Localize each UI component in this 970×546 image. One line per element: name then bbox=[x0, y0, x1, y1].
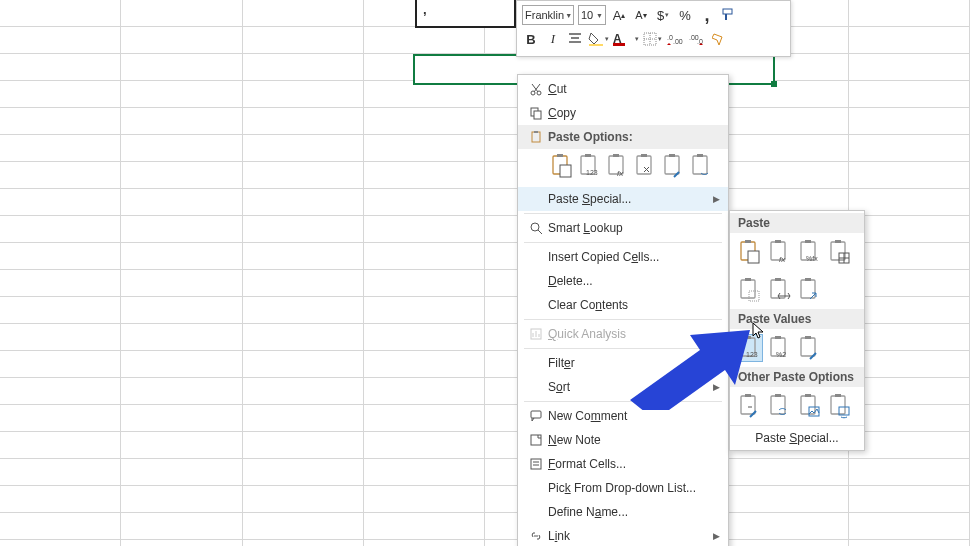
svg-rect-2 bbox=[589, 44, 603, 46]
menu-format-cells[interactable]: Format Cells... bbox=[518, 452, 728, 476]
paste-values-sourcefmt-icon[interactable] bbox=[798, 335, 822, 361]
menu-new-comment[interactable]: New Comment bbox=[518, 404, 728, 428]
format-painter-button[interactable] bbox=[720, 5, 738, 25]
menu-label: Sort bbox=[548, 380, 713, 394]
menu-pick-from-list[interactable]: Pick From Drop-down List... bbox=[518, 476, 728, 500]
comma-format-button[interactable]: , bbox=[698, 5, 716, 25]
paste-values-icon[interactable]: 123 bbox=[578, 153, 602, 179]
menu-new-note[interactable]: New Note bbox=[518, 428, 728, 452]
svg-rect-19 bbox=[585, 154, 591, 157]
svg-rect-37 bbox=[748, 251, 759, 263]
paste-all-icon[interactable] bbox=[738, 239, 762, 265]
svg-rect-34 bbox=[531, 459, 541, 469]
menu-label: Paste Special... bbox=[548, 192, 713, 206]
svg-rect-26 bbox=[665, 156, 679, 174]
svg-rect-47 bbox=[741, 280, 755, 298]
format-painter-icon[interactable] bbox=[710, 29, 728, 49]
menu-paste-options-header: Paste Options: bbox=[518, 125, 728, 149]
menu-label: Format Cells... bbox=[548, 457, 720, 471]
paste-formatting-icon[interactable] bbox=[662, 153, 686, 179]
paste-keep-source-fmt-icon[interactable] bbox=[828, 239, 852, 265]
svg-rect-51 bbox=[775, 278, 781, 281]
menu-label: Smart Lookup bbox=[548, 221, 720, 235]
fill-handle[interactable] bbox=[771, 81, 777, 87]
svg-rect-53 bbox=[805, 278, 811, 281]
paste-transpose-icon[interactable] bbox=[634, 153, 658, 179]
decrease-font-button[interactable]: A▾ bbox=[632, 5, 650, 25]
accounting-format-button[interactable]: $▾ bbox=[654, 5, 672, 25]
paste-all-icon[interactable] bbox=[550, 153, 574, 179]
svg-rect-12 bbox=[534, 111, 541, 119]
menu-smart-lookup[interactable]: Smart Lookup bbox=[518, 216, 728, 240]
svg-rect-14 bbox=[534, 131, 538, 133]
svg-rect-64 bbox=[771, 396, 785, 414]
percent-format-button[interactable]: % bbox=[676, 5, 694, 25]
svg-rect-27 bbox=[669, 154, 675, 157]
menu-sort[interactable]: Sort ▶ bbox=[518, 375, 728, 399]
svg-rect-65 bbox=[775, 394, 781, 397]
svg-rect-17 bbox=[560, 165, 571, 177]
borders-button[interactable]: ▾ bbox=[643, 29, 662, 49]
paste-formulas-numfmt-icon[interactable]: %fx bbox=[798, 239, 822, 265]
menu-link[interactable]: Link ▶ bbox=[518, 524, 728, 546]
paste-formulas-icon[interactable]: fx bbox=[768, 239, 792, 265]
context-menu: Cut Copy Paste Options: 123 fx Paste Spe… bbox=[517, 74, 729, 546]
paste-as-link-icon[interactable] bbox=[768, 393, 792, 419]
submenu-other-header: Other Paste Options bbox=[730, 367, 864, 387]
menu-insert-copied-cells[interactable]: Insert Copied Cells... bbox=[518, 245, 728, 269]
svg-rect-52 bbox=[801, 280, 815, 298]
menu-delete[interactable]: Delete... bbox=[518, 269, 728, 293]
font-color-button[interactable]: A ▾ bbox=[613, 29, 639, 49]
submenu-paste-special-link[interactable]: Paste Special... bbox=[730, 425, 864, 450]
menu-quick-analysis: Quick Analysis bbox=[518, 322, 728, 346]
submenu-label: Paste Special... bbox=[755, 431, 838, 445]
svg-rect-55 bbox=[745, 336, 751, 339]
svg-rect-33 bbox=[531, 435, 541, 445]
paste-as-picture-icon[interactable] bbox=[798, 393, 822, 419]
paste-formulas-icon[interactable]: fx bbox=[606, 153, 630, 179]
scissors-icon bbox=[524, 82, 548, 96]
menu-label: Insert Copied Cells... bbox=[548, 250, 720, 264]
paste-values-only-icon[interactable]: 123 bbox=[738, 335, 762, 361]
clipboard-icon bbox=[524, 130, 548, 144]
increase-decimal-button[interactable]: .0.00 bbox=[666, 29, 684, 49]
menu-paste-special[interactable]: Paste Special... ▶ bbox=[518, 187, 728, 211]
fill-color-button[interactable]: ▾ bbox=[588, 29, 609, 49]
svg-text:%fx: %fx bbox=[806, 255, 818, 262]
paste-transpose-icon[interactable] bbox=[798, 277, 822, 303]
paste-no-borders-icon[interactable] bbox=[738, 277, 762, 303]
submenu-paste-header: Paste bbox=[730, 213, 864, 233]
paste-options-icons: 123 fx bbox=[518, 149, 728, 187]
menu-label: Paste Options: bbox=[548, 130, 720, 144]
quick-analysis-icon bbox=[524, 327, 548, 341]
increase-font-button[interactable]: A▴ bbox=[610, 5, 628, 25]
svg-rect-32 bbox=[531, 411, 541, 418]
paste-linked-picture-icon[interactable] bbox=[828, 393, 852, 419]
align-center-icon[interactable] bbox=[566, 29, 584, 49]
paste-keep-col-width-icon[interactable] bbox=[768, 277, 792, 303]
svg-rect-63 bbox=[745, 394, 751, 397]
paste-formatting-only-icon[interactable] bbox=[738, 393, 762, 419]
svg-text:fx: fx bbox=[617, 169, 624, 178]
svg-rect-42 bbox=[805, 240, 811, 243]
menu-clear-contents[interactable]: Clear Contents bbox=[518, 293, 728, 317]
italic-button[interactable]: I bbox=[544, 29, 562, 49]
menu-label: Define Name... bbox=[548, 505, 720, 519]
menu-filter[interactable]: Filter ▶ bbox=[518, 351, 728, 375]
menu-copy[interactable]: Copy bbox=[518, 101, 728, 125]
comment-icon bbox=[524, 409, 548, 423]
menu-define-name[interactable]: Define Name... bbox=[518, 500, 728, 524]
bordered-cell[interactable]: , bbox=[415, 0, 516, 28]
bold-button[interactable]: B bbox=[522, 29, 540, 49]
svg-rect-1 bbox=[725, 14, 727, 20]
font-size-value: 10 bbox=[581, 9, 593, 21]
menu-cut[interactable]: Cut bbox=[518, 77, 728, 101]
decrease-decimal-button[interactable]: .00.0 bbox=[688, 29, 706, 49]
format-cells-icon bbox=[524, 457, 548, 471]
paste-link-icon[interactable] bbox=[690, 153, 714, 179]
font-name-select[interactable]: Franklin ▼ bbox=[522, 5, 574, 25]
svg-rect-44 bbox=[831, 242, 845, 260]
font-size-select[interactable]: 10 ▼ bbox=[578, 5, 606, 25]
paste-values-numfmt-icon[interactable]: %2 bbox=[768, 335, 792, 361]
svg-rect-60 bbox=[801, 338, 815, 356]
